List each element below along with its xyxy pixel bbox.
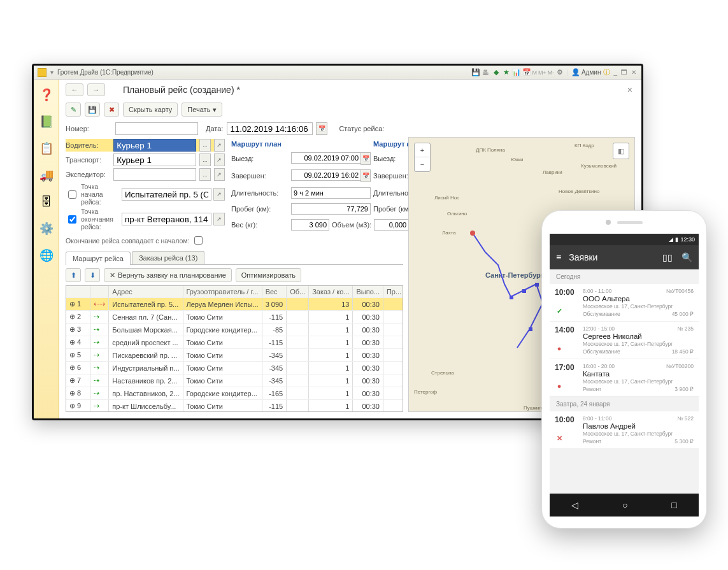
col-header[interactable]: Грузоотправитель / г... <box>183 286 262 298</box>
close-window-button[interactable]: ✕ <box>630 69 638 76</box>
expeditor-input[interactable] <box>113 168 196 181</box>
return-order-button[interactable]: ✕ Вернуть заявку на планирование <box>104 268 232 282</box>
end-point-label: Точка окончания рейса: <box>81 208 119 231</box>
expeditor-open-button[interactable]: ↗ <box>214 168 225 181</box>
hamburger-icon[interactable]: ≡ <box>556 252 561 262</box>
end-point-input[interactable] <box>122 213 211 225</box>
table-row[interactable]: ⊕ 4⇢средний проспект ...Токио Сити-11510… <box>66 336 403 349</box>
app-menu-dropdown[interactable]: ▾ <box>49 69 55 76</box>
save-button[interactable]: 💾 <box>85 103 100 117</box>
scan-icon[interactable]: ▯▯ <box>662 252 673 262</box>
tool2-icon[interactable]: ★ <box>502 68 511 77</box>
plan-dur-input[interactable] <box>291 187 371 199</box>
print-button[interactable]: Печать ▾ <box>182 103 222 117</box>
transport-label: Транспорт: <box>66 156 110 164</box>
nav-home-icon[interactable]: ○ <box>622 500 627 510</box>
start-open-button[interactable]: ↗ <box>213 188 225 201</box>
rail-docs-icon[interactable]: 📗 <box>38 113 55 131</box>
settings-icon[interactable]: ⚙ <box>555 68 564 77</box>
table-row[interactable]: ⊕ 5⇢Пискаревский пр. ...Токио Сити-34510… <box>66 349 403 362</box>
rail-globe-icon[interactable]: 🌐 <box>38 246 55 264</box>
delete-button[interactable]: ✖ <box>104 103 119 117</box>
order-card[interactable]: 17:00● 16:00 - 20:00№УТ00200 Кантата Мос… <box>550 359 699 397</box>
volume-input[interactable] <box>374 219 409 231</box>
plan-out-input[interactable] <box>291 152 361 164</box>
start-point-input[interactable] <box>122 188 211 201</box>
end-open-button[interactable]: ↗ <box>213 213 225 225</box>
nav-back-icon[interactable]: ◁ <box>571 500 578 510</box>
col-header[interactable]: Об... <box>287 286 309 298</box>
order-card[interactable]: 10:00✓ 8:00 - 11:00№УТ00456 ООО Альтера … <box>550 284 699 322</box>
col-header[interactable]: Пр... <box>383 286 403 298</box>
plan-out-cal[interactable]: 📅 <box>360 152 371 165</box>
zoom-mminus[interactable]: M- <box>548 69 555 76</box>
close-page-button[interactable]: × <box>625 85 635 95</box>
app-title: Гротем Драйв (1С:Предприятие) <box>57 69 153 76</box>
nav-fwd-button[interactable]: → <box>87 83 105 96</box>
order-card[interactable]: 10:00✕ 8:00 - 11:00№ 522 Павлов Андрей М… <box>550 411 699 449</box>
svg-rect-3 <box>535 283 539 287</box>
col-header[interactable]: Вес <box>262 286 287 298</box>
date-input[interactable] <box>227 122 313 135</box>
phone-navbar: ◁ ○ □ <box>550 494 699 517</box>
move-down-button[interactable]: ⬇ <box>85 268 100 282</box>
help-icon[interactable]: ⓘ <box>602 68 611 77</box>
calc-icon[interactable]: 📊 <box>512 68 521 77</box>
zoom-m[interactable]: M <box>532 69 538 76</box>
rail-checklist-icon[interactable]: 📋 <box>38 139 55 157</box>
table-row[interactable]: ⊕ 1⇠⇢Испытателей пр. 5...Леруа Мерлен Ис… <box>66 298 403 311</box>
search-icon[interactable]: 🔍 <box>682 252 692 262</box>
rail-db-icon[interactable]: 🗄 <box>38 193 55 211</box>
col-header[interactable] <box>66 286 90 298</box>
plan-done-cal[interactable]: 📅 <box>360 169 371 182</box>
hide-map-button[interactable]: Скрыть карту <box>123 103 178 117</box>
optimize-button[interactable]: Оптимизировать <box>236 268 301 282</box>
same-end-checkbox[interactable] <box>194 236 203 245</box>
user-name: Админ <box>582 69 601 76</box>
table-row[interactable]: ⊕ 9⇢пр-кт Шлиссельбу...Токио Сити-115100… <box>66 400 403 413</box>
maximize-button[interactable]: 🗖 <box>620 69 629 76</box>
plan-dur-label: Длительность: <box>231 189 289 197</box>
transport-input[interactable] <box>113 153 196 166</box>
rail-settings-icon[interactable]: ⚙️ <box>38 220 55 238</box>
driver-open-button[interactable]: ↗ <box>214 139 225 152</box>
tool1-icon[interactable]: ◆ <box>492 68 501 77</box>
table-row[interactable]: ⊕ 8⇢пр. Наставников, 2...Городские конди… <box>66 387 403 400</box>
table-row[interactable]: ⊕ 3⇢Большая Морская...Городские кондитер… <box>66 324 403 336</box>
driver-input[interactable] <box>113 139 196 152</box>
zoom-mplus[interactable]: M+ <box>538 69 546 76</box>
expeditor-lookup-button[interactable]: ... <box>199 168 210 181</box>
nav-recent-icon[interactable]: □ <box>671 500 676 510</box>
col-header[interactable]: Адрес <box>109 286 183 298</box>
weight-input[interactable] <box>291 219 329 231</box>
tab-orders[interactable]: Заказы рейса (13) <box>132 251 204 264</box>
table-row[interactable]: ⊕ 6⇢Индустриальный п...Токио Сити-345100… <box>66 362 403 374</box>
col-header[interactable]: Заказ / ко... <box>309 286 353 298</box>
new-button[interactable]: ✎ <box>66 103 81 117</box>
plan-done-input[interactable] <box>291 169 361 181</box>
print-icon[interactable]: 🖶 <box>482 68 490 77</box>
start-point-checkbox[interactable] <box>68 190 76 199</box>
phone-appbar: ≡ Заявки ▯▯ 🔍 <box>550 245 699 269</box>
calendar-icon[interactable]: 📅 <box>522 68 531 77</box>
col-header[interactable] <box>90 286 109 298</box>
transport-open-button[interactable]: ↗ <box>214 153 225 166</box>
plan-dist-input[interactable] <box>291 203 371 215</box>
rail-truck-icon[interactable]: 🚚 <box>38 166 55 184</box>
rail-help-icon[interactable]: ❓ <box>38 86 55 104</box>
table-row[interactable]: ⊕ 2⇢Сенная пл. 7 (Сан...Токио Сити-11510… <box>66 311 403 324</box>
date-picker-button[interactable]: 📅 <box>316 122 327 135</box>
tab-route[interactable]: Маршрут рейса <box>66 252 131 265</box>
end-point-checkbox[interactable] <box>68 215 76 224</box>
nav-back-button[interactable]: ← <box>66 83 83 96</box>
number-input[interactable] <box>115 122 198 135</box>
minimize-button[interactable]: _ <box>612 69 618 76</box>
col-header[interactable]: Выпо... <box>353 286 383 298</box>
move-up-button[interactable]: ⬆ <box>66 268 81 282</box>
phone-statusbar: ◢ ▮ 12:30 <box>550 234 699 245</box>
table-row[interactable]: ⊕ 7⇢Наставников пр. 2...Токио Сити-34510… <box>66 374 403 387</box>
driver-lookup-button[interactable]: ... <box>199 139 210 152</box>
save-disk-icon[interactable]: 💾 <box>471 68 480 77</box>
transport-lookup-button[interactable]: ... <box>199 153 210 166</box>
order-card[interactable]: 14:00● 12:00 - 15:00№ 235 Сергеев Никола… <box>550 322 699 359</box>
